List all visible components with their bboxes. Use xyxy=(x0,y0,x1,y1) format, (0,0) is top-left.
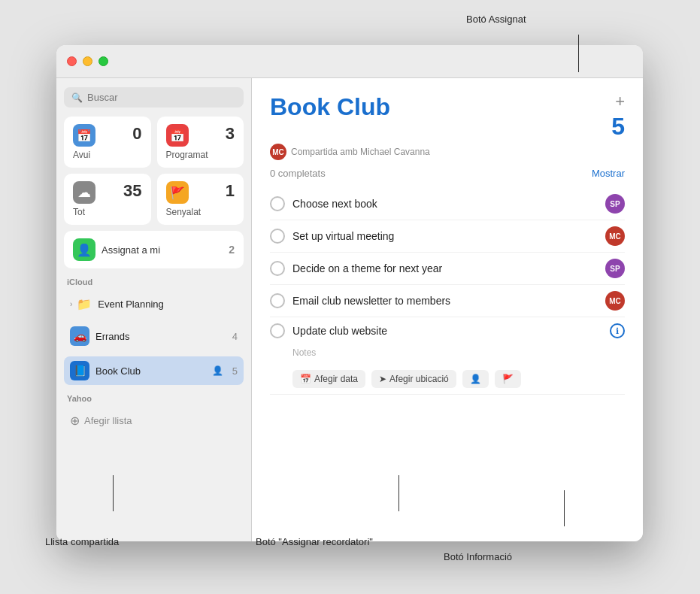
shared-text: Compartida amb Michael Cavanna xyxy=(291,147,430,157)
tot-icon: ☁ xyxy=(73,181,95,204)
location-icon: ➤ xyxy=(379,374,386,384)
avui-label: Avui xyxy=(73,150,142,160)
traffic-lights xyxy=(67,56,108,66)
list-count-badge: 5 xyxy=(611,113,625,141)
calendar-icon: 📅 xyxy=(300,374,311,384)
task-text-4: Email club newsletter to members xyxy=(292,295,598,307)
person-icon: 👤 xyxy=(470,374,481,384)
smart-list-programat[interactable]: 📅 3 Programat xyxy=(157,117,244,168)
smart-list-tot[interactable]: ☁ 35 Tot xyxy=(64,174,151,225)
assigned-icon: 👤 xyxy=(73,238,95,261)
table-row: Update club website ℹ Notes 📅 Afegir dat… xyxy=(270,317,625,395)
table-row: Set up virtual meeting MC xyxy=(270,220,625,253)
errands-name: Errands xyxy=(95,331,226,342)
task-list: Choose next book SP Set up virtual meeti… xyxy=(270,188,625,395)
book-club-icon: 📘 xyxy=(70,361,89,380)
senyalat-label: Senyalat xyxy=(166,207,235,217)
list-title: Book Club xyxy=(270,93,390,121)
errands-icon: 🚗 xyxy=(70,326,89,346)
table-row: Email club newsletter to members MC xyxy=(270,285,625,317)
task-checkbox-1[interactable] xyxy=(270,196,285,211)
table-row: Decide on a theme for next year SP xyxy=(270,253,625,285)
close-button[interactable] xyxy=(67,56,77,66)
yahoo-section-label: Yahoo xyxy=(64,391,244,403)
book-club-name: Book Club xyxy=(95,365,206,377)
task-checkbox-4[interactable] xyxy=(270,293,285,308)
assigned-label: Assignat a mi xyxy=(102,244,160,256)
flag-button[interactable]: 🚩 xyxy=(495,370,521,388)
task-checkbox-3[interactable] xyxy=(270,261,285,276)
table-row: Choose next book SP xyxy=(270,188,625,220)
add-list-icon: ⊕ xyxy=(70,414,80,428)
search-input[interactable] xyxy=(87,92,236,103)
task-avatar-4: MC xyxy=(605,291,625,311)
annotation-line-shared xyxy=(113,475,114,511)
assigned-to-me-card[interactable]: 👤 Assignat a mi 2 xyxy=(64,231,244,268)
smart-list-avui[interactable]: 📅 0 Avui xyxy=(64,117,151,168)
shared-avatar: MC xyxy=(270,144,286,160)
annotation-info-btn: Botó Informació xyxy=(444,551,512,562)
mostrar-button[interactable]: Mostrar xyxy=(592,168,625,179)
programat-count: 3 xyxy=(226,124,235,144)
avui-count: 0 xyxy=(132,124,141,144)
smart-list-senyalat[interactable]: 🚩 1 Senyalat xyxy=(157,174,244,225)
add-reminder-button[interactable]: + xyxy=(615,93,625,110)
task-avatar-1: SP xyxy=(605,194,625,214)
annotation-line-assigned xyxy=(578,35,579,72)
annotation-shared-list: Llista compartida xyxy=(45,536,119,547)
add-list-label: Afegir llista xyxy=(84,415,132,426)
programat-icon: 📅 xyxy=(166,124,189,147)
folder-event-planning[interactable]: › 📁 Event Planning xyxy=(64,292,244,316)
add-list-btn[interactable]: ⊕ Afegir llista xyxy=(64,409,244,432)
errands-count: 4 xyxy=(232,331,238,342)
expand-icon: › xyxy=(70,300,72,308)
tot-label: Tot xyxy=(73,207,142,217)
task-text-5: Update club website xyxy=(292,325,602,337)
task-actions: 📅 Afegir data ➤ Afegir ubicació 👤 xyxy=(292,370,521,388)
task-checkbox-5[interactable] xyxy=(270,323,285,338)
task-text-2: Set up virtual meeting xyxy=(292,230,598,242)
list-item-book-club[interactable]: 📘 Book Club 👤 5 xyxy=(64,356,244,385)
task-avatar-3: SP xyxy=(605,259,625,278)
list-item-errands[interactable]: 🚗 Errands 4 xyxy=(64,322,244,350)
icloud-section-label: iCloud xyxy=(64,274,244,286)
info-button[interactable]: ℹ xyxy=(610,323,625,338)
task-avatar-2: MC xyxy=(605,226,625,246)
book-club-share-icon: 👤 xyxy=(212,365,223,376)
shared-by-row: MC Compartida amb Michael Cavanna xyxy=(270,144,625,160)
add-location-button[interactable]: ➤ Afegir ubicació xyxy=(371,370,456,388)
folder-name: Event Planning xyxy=(98,299,163,310)
annotation-line-info xyxy=(564,490,565,526)
completed-count: 0 completats xyxy=(270,168,326,179)
senyalat-icon: 🚩 xyxy=(166,181,189,204)
add-date-button[interactable]: 📅 Afegir data xyxy=(292,370,365,388)
sidebar: 🔍 📅 0 Avui 📅 3 xyxy=(56,78,252,541)
search-icon: 🔍 xyxy=(71,92,83,103)
task-text-1: Choose next book xyxy=(292,198,598,210)
title-bar xyxy=(56,45,643,78)
task-notes: Notes xyxy=(292,347,316,358)
annotation-assigned-btn: Botó Assignat xyxy=(466,14,526,25)
minimize-button[interactable] xyxy=(83,56,92,66)
maximize-button[interactable] xyxy=(98,56,108,66)
task-checkbox-2[interactable] xyxy=(270,229,285,244)
task-text-3: Decide on a theme for next year xyxy=(292,262,598,274)
smart-lists: 📅 0 Avui 📅 3 Programat xyxy=(64,117,244,225)
programat-label: Programat xyxy=(166,150,235,160)
detail-panel: Book Club + 5 MC Compartida amb Michael … xyxy=(252,78,643,541)
completed-row: 0 completats Mostrar xyxy=(270,168,625,179)
flag-icon: 🚩 xyxy=(502,374,514,384)
annotation-assign-reminder: Botó "Assignar recordatori" xyxy=(256,536,373,547)
annotation-line-assign xyxy=(398,475,399,511)
tot-count: 35 xyxy=(123,181,141,201)
assign-reminder-button[interactable]: 👤 xyxy=(462,370,489,388)
assigned-count: 2 xyxy=(229,244,235,256)
senyalat-count: 1 xyxy=(226,181,235,201)
avui-icon: 📅 xyxy=(73,124,95,147)
folder-icon: 📁 xyxy=(77,297,92,311)
search-bar[interactable]: 🔍 xyxy=(64,87,244,108)
book-club-count: 5 xyxy=(232,365,238,377)
